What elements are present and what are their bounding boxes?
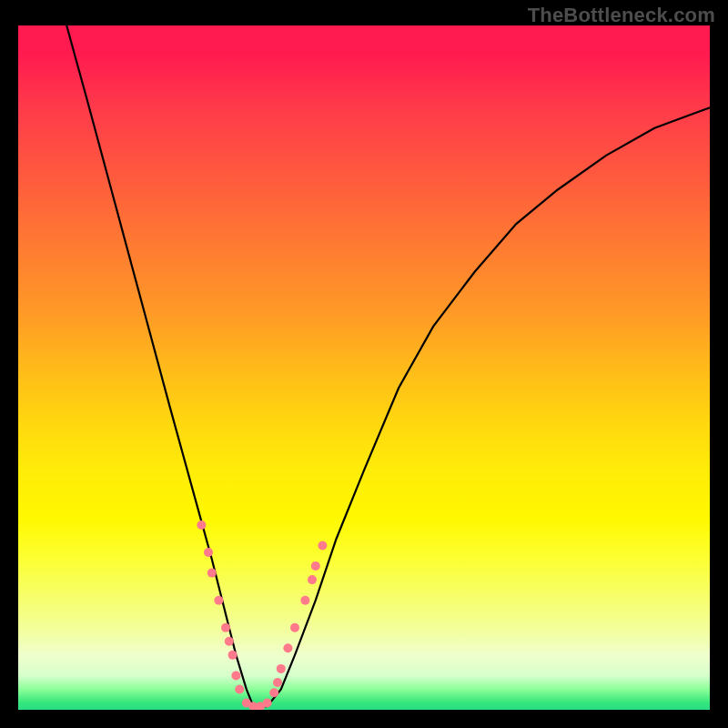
bead-point — [263, 698, 272, 707]
bead-point — [277, 664, 286, 673]
bead-point — [197, 521, 206, 530]
bead-point — [204, 548, 213, 557]
bead-point — [273, 678, 282, 687]
bead-point — [318, 541, 327, 551]
chart-stage: TheBottleneck.com — [0, 0, 728, 728]
bead-point — [214, 596, 223, 605]
bead-point — [231, 671, 240, 680]
plot-frame — [18, 25, 710, 710]
bead-point — [311, 561, 320, 571]
bead-point — [225, 637, 234, 646]
bead-point — [308, 575, 317, 584]
bead-point — [269, 688, 278, 697]
bead-point — [207, 569, 217, 578]
bead-point — [221, 623, 230, 632]
watermark-text: TheBottleneck.com — [528, 4, 715, 27]
bead-point — [283, 643, 292, 652]
bead-point — [290, 623, 299, 632]
bead-point — [300, 596, 309, 605]
beads-group — [197, 521, 327, 710]
bead-point — [228, 651, 238, 660]
plot-area — [18, 25, 710, 710]
bead-point — [235, 684, 244, 693]
beads-layer — [18, 25, 710, 710]
